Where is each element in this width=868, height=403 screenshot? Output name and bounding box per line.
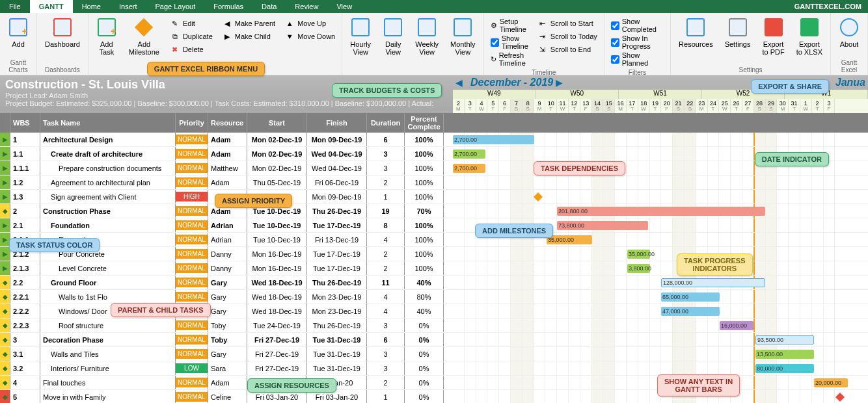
move-down-button[interactable]: ▼Move Down (280, 30, 339, 43)
start-cell[interactable]: Thu 05-Dec-19 (247, 176, 307, 189)
duration-cell[interactable]: 4 (367, 290, 405, 304)
taskname-cell[interactable]: Decoration Phase (40, 333, 176, 346)
percent-cell[interactable]: 100% (405, 161, 444, 175)
refresh-timeline-button[interactable]: ↻Refresh Timeline (487, 51, 532, 68)
taskname-cell[interactable]: Sign agreement with Client (40, 190, 176, 203)
about-button[interactable]: About (834, 14, 865, 58)
menu-tab-home[interactable]: Home (73, 0, 110, 13)
taskname-cell[interactable]: Walls to 1st Flo (40, 290, 176, 304)
menu-tab-review[interactable]: Review (286, 0, 327, 13)
resources-button[interactable]: Resources (673, 14, 718, 65)
resource-cell[interactable]: Gary (208, 276, 247, 289)
priority-cell[interactable]: NORMAL (176, 247, 208, 261)
taskname-cell[interactable]: Roof structure (40, 318, 176, 332)
priority-cell[interactable]: NORMAL (176, 347, 208, 361)
start-cell[interactable]: Tue 10-Dec-19 (247, 218, 307, 232)
menu-tab-page layout[interactable]: Page Layout (146, 0, 204, 13)
menu-tab-view[interactable]: View (327, 0, 361, 13)
start-cell[interactable]: Tue 10-Dec-19 (247, 233, 307, 246)
start-cell[interactable]: Mon 02-Dec-19 (247, 133, 307, 146)
start-cell[interactable]: Fri 27-Dec-19 (247, 347, 307, 361)
resource-cell[interactable]: Adrian (208, 233, 247, 246)
finish-cell[interactable]: Tue 17-Dec-19 (307, 218, 367, 232)
taskname-cell[interactable]: Ground Floor (40, 276, 176, 289)
percent-cell[interactable]: 70% (405, 204, 444, 218)
finish-cell[interactable]: Thu 26-Dec-19 (307, 318, 367, 332)
resource-cell[interactable]: Adrian (208, 218, 247, 232)
export-pdf-button[interactable]: Export to PDF (757, 14, 789, 65)
menu-tab-gantt[interactable]: GANTT (30, 0, 73, 13)
start-cell[interactable]: Wed 18-Dec-19 (247, 290, 307, 304)
task-row[interactable]: ▶2.1.1ExcavationNORMALAdrianTue 10-Dec-1… (0, 233, 868, 247)
daily-view-button[interactable]: Daily View (377, 14, 409, 75)
edit-button[interactable]: ✎Edit (166, 17, 217, 30)
duration-cell[interactable]: 4 (367, 233, 405, 246)
finish-cell[interactable]: Tue 17-Dec-19 (307, 261, 367, 275)
resource-cell[interactable]: Matthew (208, 161, 247, 175)
duration-cell[interactable]: 3 (367, 147, 405, 161)
duration-cell[interactable]: 3 (367, 347, 405, 361)
duration-cell[interactable]: 6 (367, 333, 405, 346)
add-milestone-button[interactable]: Add Milestone (124, 14, 165, 65)
resource-cell[interactable]: Sara (208, 361, 247, 375)
duration-cell[interactable]: 19 (367, 204, 405, 218)
start-cell[interactable]: Mon 16-Dec-19 (247, 261, 307, 275)
menu-tab-data[interactable]: Data (252, 0, 286, 13)
make-parent-button[interactable]: ◀Make Parent (218, 17, 279, 30)
resource-cell[interactable]: Gary (208, 304, 247, 318)
duration-cell[interactable]: 3 (367, 361, 405, 375)
percent-cell[interactable]: 100% (405, 190, 444, 203)
task-row[interactable]: ▶2.1FoundationNORMALAdrianTue 10-Dec-19T… (0, 218, 868, 233)
resource-cell[interactable]: Gary (208, 347, 247, 361)
menu-tab-formulas[interactable]: Formulas (204, 0, 252, 13)
resource-cell[interactable]: Toby (208, 333, 247, 346)
taskname-cell[interactable]: Agreement to architectural plan (40, 176, 176, 189)
start-cell[interactable]: Fri 27-Dec-19 (247, 361, 307, 375)
duration-cell[interactable]: 1 (367, 190, 405, 203)
col-taskname[interactable]: Task Name (40, 113, 176, 133)
show-inprogress-check[interactable]: Show In Progress (607, 34, 668, 51)
priority-cell[interactable]: NORMAL (176, 233, 208, 246)
duration-cell[interactable]: 2 (367, 247, 405, 261)
show-timeline-check[interactable]: Show Timeline (487, 34, 532, 51)
taskname-cell[interactable]: Construction Phase (40, 204, 176, 218)
start-cell[interactable]: Tue 24-Dec-19 (247, 318, 307, 332)
priority-cell[interactable]: NORMAL (176, 147, 208, 161)
task-row[interactable]: ◆3Decoration PhaseNORMALTobyFri 27-Dec-1… (0, 333, 868, 347)
priority-cell[interactable]: NORMAL (176, 204, 208, 218)
col-resource[interactable]: Resource (208, 113, 247, 133)
weekly-view-button[interactable]: Weekly View (410, 14, 444, 75)
finish-cell[interactable]: Thu 26-Dec-19 (307, 204, 367, 218)
start-cell[interactable]: Wed 18-Dec-19 (247, 304, 307, 318)
percent-cell[interactable]: 100% (405, 133, 444, 146)
finish-cell[interactable]: Wed 04-Dec-19 (307, 161, 367, 175)
start-cell[interactable]: Mon 16-Dec-19 (247, 247, 307, 261)
resource-cell[interactable]: Adam (208, 133, 247, 146)
dashboard-button[interactable]: Dashboard (40, 14, 85, 65)
priority-cell[interactable]: NORMAL (176, 176, 208, 189)
taskname-cell[interactable]: Architectural Design (40, 133, 176, 146)
percent-cell[interactable]: 0% (405, 333, 444, 346)
taskname-cell[interactable]: Interiors/ Furniture (40, 361, 176, 375)
add-chart-button[interactable]: Add (3, 14, 34, 58)
task-row[interactable]: ▶1.3Sign agreement with ClientHIGHMon 09… (0, 190, 868, 204)
scroll-start-button[interactable]: ⇤Scroll to Start (534, 17, 601, 30)
duration-cell[interactable]: 8 (367, 218, 405, 232)
col-wbs[interactable]: WBS (10, 113, 40, 133)
col-finish[interactable]: Finish (307, 113, 367, 133)
scroll-end-button[interactable]: ⇲Scroll to End (534, 43, 601, 56)
finish-cell[interactable]: Mon 23-Dec-19 (307, 304, 367, 318)
duration-cell[interactable]: 2 (367, 261, 405, 275)
finish-cell[interactable]: Fri 13-Dec-19 (307, 233, 367, 246)
delete-button[interactable]: ✖Delete (166, 43, 217, 56)
menu-tab-insert[interactable]: Insert (110, 0, 146, 13)
task-row[interactable]: ◆2.2.3Roof structureNORMALTobyTue 24-Dec… (0, 318, 868, 333)
taskname-cell[interactable]: Foundation (40, 218, 176, 232)
taskname-cell[interactable]: Final touches (40, 376, 176, 389)
finish-cell[interactable]: Mon 23-Dec-19 (307, 290, 367, 304)
percent-cell[interactable]: 80% (405, 290, 444, 304)
col-priority[interactable]: Priority (176, 113, 208, 133)
task-row[interactable]: ▶1.1Create draft of architectureNORMALAd… (0, 147, 868, 161)
finish-cell[interactable]: Tue 31-Dec-19 (307, 347, 367, 361)
duration-cell[interactable]: 4 (367, 304, 405, 318)
